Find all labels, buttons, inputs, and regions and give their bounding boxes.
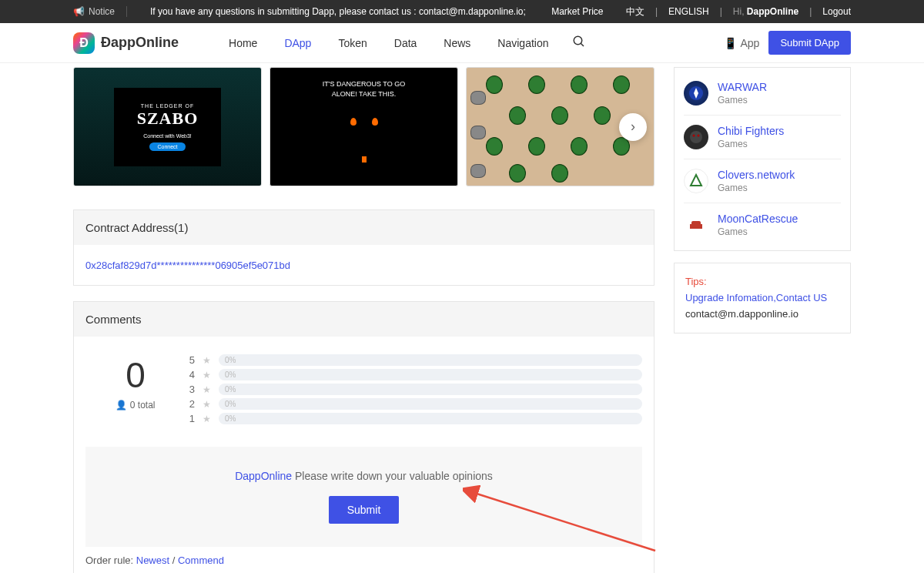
nav-navigation[interactable]: Navigation <box>497 37 548 49</box>
dapp-name-link[interactable]: Chibi Fighters <box>718 125 784 137</box>
speaker-icon: 📢 <box>73 6 85 17</box>
comment-form: DappOnline Please write down your valuab… <box>85 447 642 547</box>
phone-icon: 📱 <box>724 37 737 49</box>
svg-point-0 <box>574 36 582 45</box>
lang-en-link[interactable]: ENGLISH <box>668 6 709 17</box>
dapp-category: Games <box>718 139 784 149</box>
nav-home[interactable]: Home <box>229 37 257 49</box>
dapp-icon <box>684 213 708 237</box>
order-commend-link[interactable]: Commend <box>178 555 224 566</box>
carousel-item[interactable]: THE LEDGER OF SZABO Connect with Web3! C… <box>73 67 262 186</box>
dapp-name-link[interactable]: WARWAR <box>718 81 767 93</box>
submit-dapp-button[interactable]: Submit DApp <box>768 31 851 55</box>
dapp-category: Games <box>718 183 795 193</box>
logo-icon: Ð <box>73 32 95 54</box>
screenshot-carousel: THE LEDGER OF SZABO Connect with Web3! C… <box>73 67 654 186</box>
rating-score: 0 <box>85 354 186 396</box>
topbar: 📢 Notice If you have any questions in su… <box>0 0 924 23</box>
dapp-category: Games <box>718 95 767 106</box>
comment-user-link[interactable]: DappOnline <box>235 470 292 482</box>
tips-link[interactable]: Upgrade Infomation,Contact US <box>685 290 839 307</box>
svg-rect-8 <box>690 224 693 229</box>
svg-point-4 <box>690 131 702 143</box>
rating-row: 2★0% <box>186 398 642 410</box>
submit-comment-button[interactable]: Submit <box>329 496 400 524</box>
nav-token[interactable]: Token <box>338 37 367 49</box>
dapp-name-link[interactable]: MoonCatRescue <box>718 213 798 225</box>
greeting: Hi, DappOnline <box>733 6 798 17</box>
rating-row: 3★0% <box>186 384 642 395</box>
lang-cn-link[interactable]: 中文 <box>626 5 644 18</box>
contract-panel: Contract Address(1) 0x28cfaf829d7d******… <box>73 209 654 286</box>
comments-panel: Comments 0 👤 0 total 5★0%4★0%3★0%2★0%1★0… <box>73 301 654 573</box>
tips-box: Tips: Upgrade Infomation,Contact US cont… <box>674 263 851 333</box>
logout-link[interactable]: Logout <box>822 6 851 17</box>
comments-header: Comments <box>74 302 654 337</box>
pointer-arrow-icon <box>463 485 663 555</box>
order-rule: Order rule: Newest / Commend <box>85 547 642 573</box>
notice-scroll: If you have any questions in submitting … <box>135 6 604 17</box>
dapp-icon <box>684 81 708 106</box>
related-dapps-list: WARWARGamesChibi FightersGamesClovers.ne… <box>674 67 851 251</box>
dapp-icon <box>684 169 708 193</box>
rating-row: 4★0% <box>186 369 642 380</box>
nav-dapp[interactable]: DApp <box>284 37 311 49</box>
sidebar-dapp-item[interactable]: Clovers.networkGames <box>684 159 841 203</box>
dapp-name-link[interactable]: Clovers.network <box>718 169 795 181</box>
carousel-item[interactable]: IT'S DANGEROUS TO GO ALONE! TAKE THIS. <box>270 67 458 186</box>
svg-point-5 <box>693 135 695 137</box>
notice-label: 📢 Notice <box>73 6 127 17</box>
rating-total: 👤 0 total <box>85 400 186 410</box>
chevron-right-icon: › <box>631 119 635 135</box>
dapp-icon <box>684 125 708 149</box>
carousel-next-button[interactable]: › <box>619 113 647 141</box>
tips-email: contact@m.dapponline.io <box>685 307 839 323</box>
dapp-category: Games <box>718 226 798 237</box>
contract-header: Contract Address(1) <box>74 210 654 245</box>
order-newest-link[interactable]: Newest <box>136 555 169 566</box>
svg-line-1 <box>581 43 584 46</box>
nav-news[interactable]: News <box>444 37 470 49</box>
sidebar-dapp-item[interactable]: Chibi FightersGames <box>684 116 841 159</box>
app-link[interactable]: 📱 App <box>724 37 759 49</box>
rating-row: 1★0% <box>186 413 642 424</box>
rating-row: 5★0% <box>186 354 642 366</box>
comment-prompt: DappOnline Please write down your valuab… <box>109 470 619 482</box>
search-icon[interactable] <box>572 35 586 51</box>
sidebar-dapp-item[interactable]: WARWARGames <box>684 72 841 116</box>
navbar: Ð ÐappOnline Home DApp Token Data News N… <box>0 23 924 63</box>
contract-address-link[interactable]: 0x28cfaf829d7d***************06905ef5e07… <box>85 260 290 271</box>
svg-point-6 <box>698 135 700 137</box>
svg-line-2 <box>474 493 655 551</box>
nav-data[interactable]: Data <box>394 37 417 49</box>
sidebar-dapp-item[interactable]: MoonCatRescueGames <box>684 203 841 246</box>
svg-rect-9 <box>699 224 702 229</box>
logo[interactable]: Ð ÐappOnline <box>73 32 179 54</box>
